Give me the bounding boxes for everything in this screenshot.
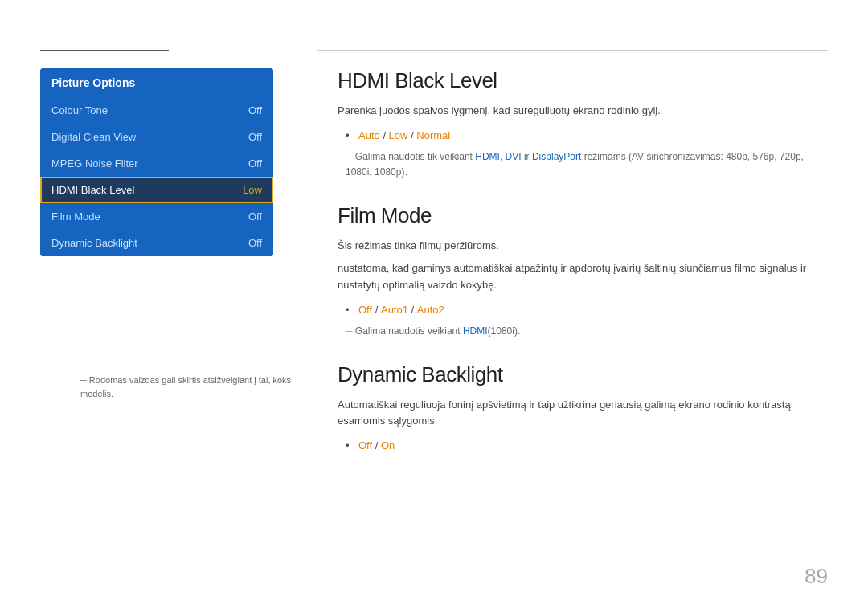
menu-item-digital-clean-view[interactable]: Digital Clean View Off: [40, 124, 273, 150]
menu-item-colour-tone[interactable]: Colour Tone Off: [40, 97, 273, 124]
menu-item-dynamic-backlight[interactable]: Dynamic Backlight Off: [40, 230, 273, 256]
section-hdmi-black-level: HDMI Black Level Parenka juodos spalvos …: [338, 68, 828, 181]
section-desc-film-2: nustatoma, kad gaminys automatiškai atpa…: [338, 260, 828, 294]
menu-item-value: Off: [248, 210, 262, 223]
top-bar-accent: [40, 50, 169, 51]
section-desc-hdmi: Parenka juodos spalvos lygmenį, kad sure…: [338, 103, 828, 120]
footnote: Rodomas vaizdas gali skirtis atsižvelgia…: [80, 374, 313, 400]
section-desc-dynamic: Automatiškai reguliuoja foninį apšvietim…: [338, 397, 828, 431]
section-title-hdmi: HDMI Black Level: [338, 68, 828, 93]
note-film: Galima naudotis veikiant HDMI(1080i).: [338, 324, 828, 339]
left-panel: Picture Options Colour Tone Off Digital …: [40, 68, 273, 256]
option-on-dynamic: On: [381, 439, 395, 452]
menu-item-value: Off: [248, 157, 262, 170]
bullet-list-dynamic: Off / On: [338, 436, 828, 455]
section-film-mode: Film Mode Šis režimas tinka filmų peržiū…: [338, 203, 828, 340]
menu-item-value: Off: [248, 104, 262, 116]
option-auto2: Auto2: [417, 304, 444, 316]
menu-header: Picture Options: [40, 68, 273, 97]
section-title-dynamic: Dynamic Backlight: [338, 362, 828, 387]
picture-options-menu: Picture Options Colour Tone Off Digital …: [40, 68, 273, 256]
link-hdmi: HDMI: [475, 151, 500, 162]
section-title-film: Film Mode: [338, 203, 828, 228]
option-normal: Normal: [416, 129, 450, 141]
section-desc-film-1: Šis režimas tinka filmų peržiūroms.: [338, 238, 828, 255]
menu-item-value: Off: [248, 237, 262, 249]
option-auto1: Auto1: [381, 304, 408, 316]
link-displayport: DisplayPort: [532, 151, 581, 162]
link-hdmi-film: HDMI: [463, 325, 488, 337]
list-item: Off / Auto1 / Auto2: [346, 300, 828, 319]
option-low: Low: [389, 129, 408, 141]
menu-item-label: MPEG Noise Filter: [51, 157, 138, 170]
menu-item-label: Dynamic Backlight: [51, 237, 137, 249]
option-off: Off: [358, 304, 372, 316]
note-hdmi: Galima naudotis tik veikiant HDMI, DVI i…: [338, 149, 828, 180]
list-item: Auto / Low / Normal: [346, 126, 828, 145]
menu-item-hdmi-black-level[interactable]: HDMI Black Level Low: [40, 177, 273, 203]
menu-item-value: Low: [243, 184, 262, 196]
option-off-dynamic: Off: [358, 439, 372, 452]
menu-item-value: Off: [248, 131, 262, 143]
right-content: HDMI Black Level Parenka juodos spalvos …: [338, 68, 828, 478]
menu-item-film-mode[interactable]: Film Mode Off: [40, 203, 273, 230]
right-divider: [317, 50, 828, 51]
bullet-list-film: Off / Auto1 / Auto2: [338, 300, 828, 319]
option-auto: Auto: [358, 129, 380, 141]
page-number: 89: [805, 564, 828, 589]
menu-item-label: Film Mode: [51, 210, 100, 223]
link-dvi: DVI: [506, 151, 522, 162]
section-dynamic-backlight: Dynamic Backlight Automatiškai reguliuoj…: [338, 362, 828, 456]
menu-item-label: Colour Tone: [51, 104, 108, 116]
menu-item-mpeg-noise-filter[interactable]: MPEG Noise Filter Off: [40, 150, 273, 177]
list-item: Off / On: [346, 436, 828, 455]
menu-item-label: HDMI Black Level: [51, 184, 134, 196]
bullet-list-hdmi: Auto / Low / Normal: [338, 126, 828, 145]
menu-item-label: Digital Clean View: [51, 131, 136, 143]
